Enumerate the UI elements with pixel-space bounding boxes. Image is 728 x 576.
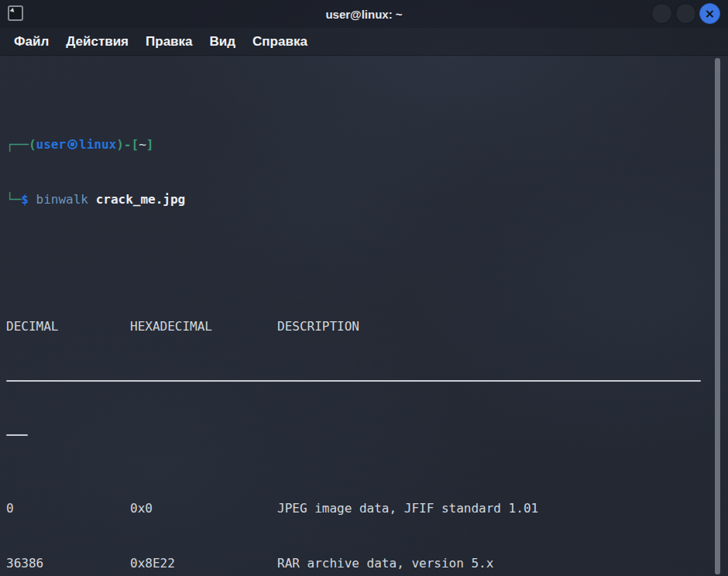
kali-at-icon [67,139,77,149]
terminal-app-icon [8,5,23,21]
window-title: user@linux: ~ [0,8,728,21]
header-decimal: DECIMAL [6,317,130,336]
terminal-window: user@linux: ~ × Файл Действия Правка Вид… [0,0,728,576]
table-row: 36386 0x8E22 RAR archive data, version 5… [6,554,708,573]
command-program: binwalk [36,192,88,207]
menu-item-file[interactable]: Файл [14,34,49,50]
command-file-arg: crack_me.jpg [96,192,186,207]
close-button[interactable]: × [699,3,720,24]
minimize-button[interactable] [651,3,672,24]
menu-item-actions[interactable]: Действия [66,34,129,50]
scrollbar-track[interactable] [714,56,728,576]
menu-item-edit[interactable]: Правка [146,34,192,50]
window-controls: × [651,3,720,24]
header-hexadecimal: HEXADECIMAL [130,317,277,336]
close-icon: × [705,8,715,20]
menu-item-help[interactable]: Справка [252,34,307,50]
menu-bar: Файл Действия Правка Вид Справка [0,28,728,56]
title-bar[interactable]: user@linux: ~ × [0,0,728,28]
terminal-viewport[interactable]: ┌──(userlinux)-[~] └─$ binwalk crack_me.… [0,56,728,576]
command-line-1: └─$ binwalk crack_me.jpg [6,190,708,209]
menu-item-view[interactable]: Вид [210,34,236,50]
separator-line [6,372,708,391]
table-row: 0 0x0 JPEG image data, JFIF standard 1.0… [6,499,708,518]
maximize-button[interactable] [675,3,696,24]
blank-line [6,245,708,263]
separator-wrap [6,427,708,445]
scrollbar-thumb[interactable] [715,58,720,574]
header-description: DESCRIPTION [277,317,708,336]
prompt-line-1: ┌──(userlinux)-[~] [6,135,708,154]
binwalk-header-row: DECIMAL HEXADECIMAL DESCRIPTION [6,317,708,336]
